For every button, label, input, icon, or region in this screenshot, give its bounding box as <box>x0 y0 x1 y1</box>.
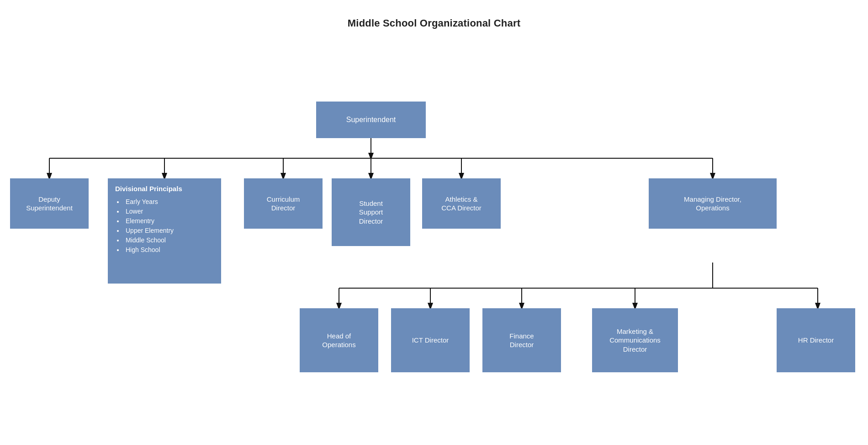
list-item: Early Years <box>117 197 214 207</box>
marketing-node: Marketing & Communications Director <box>592 308 678 372</box>
list-item: High School <box>117 245 214 255</box>
curriculum-node: Curriculum Director <box>244 178 323 229</box>
deputy-node: Deputy Superintendent <box>10 178 89 229</box>
divisional-list: Early Years Lower Elementry Upper Elemen… <box>115 197 214 255</box>
athletics-node: Athletics & CCA Director <box>422 178 501 229</box>
hr-node: HR Director <box>777 308 855 372</box>
head-ops-node: Head of Operations <box>300 308 378 372</box>
finance-node: Finance Director <box>482 308 561 372</box>
superintendent-node: Superintendent <box>316 102 426 138</box>
managing-director-node: Managing Director, Operations <box>649 178 777 229</box>
list-item: Upper Elementry <box>117 226 214 236</box>
ict-node: ICT Director <box>391 308 470 372</box>
org-chart: Superintendent Deputy Superintendent Div… <box>0 34 868 445</box>
list-item: Elementry <box>117 216 214 226</box>
page-title: Middle School Organizational Chart <box>0 0 868 34</box>
list-item: Lower <box>117 207 214 216</box>
list-item: Middle School <box>117 236 214 245</box>
student-support-node: Student Support Director <box>332 178 410 246</box>
divisional-node: Divisional Principals Early Years Lower … <box>108 178 221 284</box>
